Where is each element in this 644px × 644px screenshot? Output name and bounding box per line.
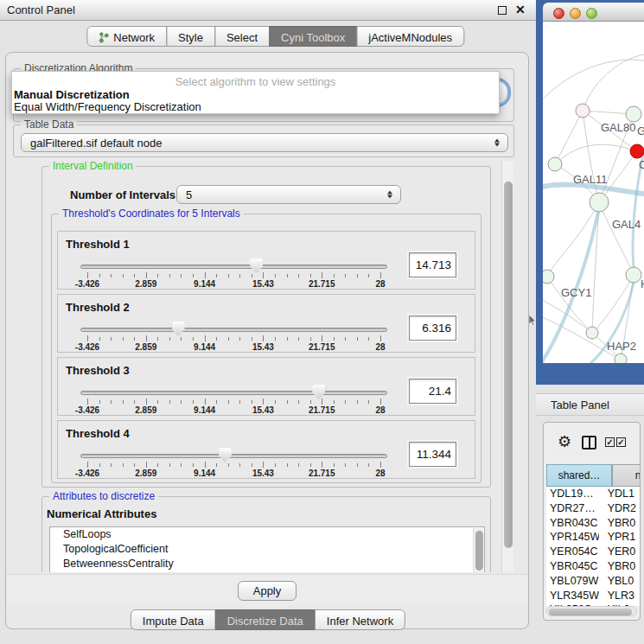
- control-panel: Control Panel ✕ NetworkStyleSelectCyni T…: [0, 0, 536, 644]
- algorithm-option-equal-width-frequency-discretization[interactable]: Equal Width/Frequency Discretization: [14, 100, 201, 113]
- threshold-slider-track[interactable]: [80, 328, 387, 332]
- threshold-value-field[interactable]: 11.344: [409, 442, 456, 467]
- threshold-label: Threshold 4: [66, 427, 130, 440]
- table-cell: YBR0: [599, 516, 641, 531]
- table-row[interactable]: YLR345WYLR3: [546, 589, 641, 603]
- table-cell: YPR1: [599, 530, 641, 545]
- table-horizontal-scrollbar[interactable]: [546, 606, 637, 616]
- tab-discretize-data[interactable]: Discretize Data: [215, 609, 316, 630]
- checkbox-checked-icon[interactable]: ✓: [605, 437, 615, 447]
- threshold-box-threshold-4: Threshold 4-3.4262.8599.14415.4321.71528…: [57, 420, 475, 479]
- network-edge: [599, 202, 634, 275]
- threshold-value-field[interactable]: 6.316: [409, 316, 456, 341]
- network-node-pink[interactable]: [576, 104, 590, 118]
- tab-label: Impute Data: [143, 615, 204, 628]
- slider-tick-labels: -3.4262.8599.14415.4321.71528: [87, 279, 380, 289]
- table-cell: YPR145W: [546, 530, 599, 545]
- threshold-slider-track[interactable]: [80, 454, 387, 458]
- attributes-list-scrollbar[interactable]: [473, 528, 483, 572]
- tab-infer-network[interactable]: Infer Network: [315, 609, 405, 630]
- table-column-header-0[interactable]: shared…: [546, 464, 612, 487]
- table-column-header-1[interactable]: n: [612, 464, 641, 487]
- table-row[interactable]: YBL079WYBL0: [546, 574, 641, 589]
- table-cell: YDR27…: [546, 501, 599, 516]
- algorithm-option-manual-discretization[interactable]: Manual Discretization: [14, 88, 130, 101]
- network-node-red[interactable]: [630, 144, 644, 158]
- tab-select[interactable]: Select: [214, 26, 270, 47]
- network-node-green[interactable]: [590, 193, 609, 212]
- gear-icon[interactable]: ⚙: [558, 434, 571, 450]
- attributes-group-title: Attributes to discretize: [49, 490, 158, 502]
- network-node-green[interactable]: [626, 267, 641, 283]
- tab-impute-data[interactable]: Impute Data: [131, 609, 216, 630]
- mouse-cursor: [529, 315, 537, 326]
- network-node-green[interactable]: [626, 106, 641, 122]
- combo-stepper-icon: [494, 139, 500, 147]
- table-cell: YER054C: [546, 545, 599, 559]
- numerical-attributes-list[interactable]: SelfLoopsTopologicalCoefficientBetweenne…: [49, 526, 485, 572]
- tab-label: jActiveMNodules: [368, 31, 452, 44]
- threshold-slider-thumb[interactable]: [219, 448, 232, 462]
- table-row[interactable]: YER054CYER0: [546, 545, 641, 559]
- tab-jactivemnodules[interactable]: jActiveMNodules: [356, 26, 464, 47]
- tab-cyni-toolbox[interactable]: Cyni Toolbox: [269, 26, 357, 47]
- network-edge: [555, 111, 583, 164]
- threshold-slider-track[interactable]: [80, 391, 387, 395]
- threshold-value-field[interactable]: 21.4: [409, 379, 456, 404]
- minimize-traffic-light-icon[interactable]: [570, 8, 581, 19]
- table-row[interactable]: YBR045CYBR0: [546, 559, 641, 574]
- tab-label: Network: [113, 31, 155, 44]
- network-node-label: GAL4: [612, 218, 641, 231]
- checkbox-checked-icon[interactable]: ✓: [616, 437, 626, 447]
- tab-style[interactable]: Style: [166, 26, 215, 47]
- threshold-value-field[interactable]: 14.713: [409, 252, 456, 277]
- slider-tick-labels: -3.4262.8599.14415.4321.71528: [87, 342, 380, 352]
- network-node-label: C: [639, 158, 644, 171]
- network-canvas[interactable]: GAL80GACGAL11GAL4GCY1HHAP2: [543, 22, 644, 363]
- table-row[interactable]: YDR27…YDR2: [546, 501, 641, 516]
- apply-strip: Apply: [6, 574, 528, 606]
- table-panel-title: Table Panel: [551, 399, 609, 411]
- network-node-green[interactable]: [586, 327, 598, 339]
- threshold-box-threshold-1: Threshold 1-3.4262.8599.14415.4321.71528…: [57, 231, 475, 290]
- close-traffic-light-icon[interactable]: [553, 8, 564, 19]
- table-row[interactable]: YPR145WYPR1: [546, 530, 641, 545]
- slider-tick-labels: -3.4262.8599.14415.4321.71528: [87, 469, 380, 478]
- table-cell: YLR3: [599, 589, 641, 603]
- table-cell: YDR2: [599, 501, 641, 516]
- apply-button[interactable]: Apply: [238, 581, 296, 601]
- attribute-list-item[interactable]: SelfLoops: [50, 527, 484, 542]
- thresholds-group: Threshold's Coordinates for 5 Intervals …: [51, 214, 481, 483]
- threshold-slider-track[interactable]: [80, 265, 387, 269]
- table-cell: YDL1: [599, 487, 641, 501]
- network-node-label: GAL80: [601, 121, 635, 134]
- split-column-icon[interactable]: [582, 436, 596, 450]
- attribute-list-item[interactable]: BetweennessCentrality: [50, 557, 484, 571]
- combo-stepper-icon: [387, 191, 392, 199]
- numerical-attributes-label: Numerical Attributes: [47, 507, 156, 520]
- table-row[interactable]: YBR043CYBR0: [546, 516, 641, 531]
- float-window-icon[interactable]: [498, 6, 507, 15]
- tab-network[interactable]: Network: [86, 26, 167, 47]
- table-data-group: Table Data galFiltered.sif default node: [13, 124, 514, 157]
- threshold-slider-thumb[interactable]: [250, 258, 263, 273]
- attribute-list-item[interactable]: TopologicalCoefficient: [50, 542, 484, 557]
- tab-label: Cyni Toolbox: [281, 31, 345, 44]
- number-of-intervals-combobox[interactable]: 5: [176, 185, 401, 204]
- network-edge-thick: [543, 184, 644, 194]
- threshold-slider-thumb[interactable]: [312, 385, 325, 399]
- settings-vertical-scrollbar[interactable]: [501, 161, 513, 572]
- zoom-traffic-light-icon[interactable]: [586, 8, 597, 19]
- close-icon[interactable]: ✕: [515, 3, 526, 16]
- network-node-green[interactable]: [548, 157, 562, 171]
- network-node-green[interactable]: [543, 270, 554, 284]
- number-of-intervals-value: 5: [186, 188, 192, 201]
- table-row[interactable]: YDL19…YDL1: [546, 487, 641, 501]
- network-edge: [543, 60, 644, 104]
- threshold-slider-thumb[interactable]: [172, 322, 185, 336]
- threshold-box-threshold-2: Threshold 2-3.4262.8599.14415.4321.71528…: [57, 294, 475, 353]
- table-cell: YDL19…: [546, 487, 599, 501]
- table-data-combobox[interactable]: galFiltered.sif default node: [21, 133, 508, 152]
- network-window-titlebar: [543, 3, 644, 22]
- network-node-green[interactable]: [615, 354, 627, 363]
